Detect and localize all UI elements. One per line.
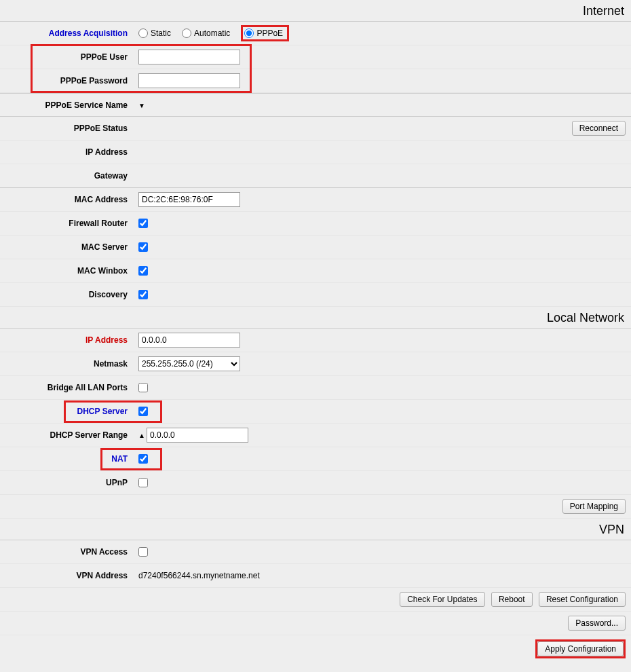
- nat-checkbox[interactable]: [138, 454, 148, 464]
- reboot-button[interactable]: Reboot: [491, 592, 533, 607]
- section-local-header: Local Network: [0, 307, 631, 329]
- row-pppoe-user: PPPoE User: [0, 45, 631, 69]
- local-ip-input[interactable]: [138, 333, 240, 348]
- vpn-access-checkbox[interactable]: [138, 547, 148, 557]
- row-dhcp-range: DHCP Server Range ▲: [0, 424, 631, 447]
- label-ip-address: IP Address: [0, 147, 136, 157]
- label-pppoe-password: PPPoE Password: [0, 76, 136, 86]
- label-dhcp-server: DHCP Server: [0, 407, 136, 416]
- mac-server-checkbox[interactable]: [138, 242, 148, 252]
- row-mac-winbox: MAC Winbox: [0, 259, 631, 283]
- dhcp-range-input[interactable]: [147, 428, 248, 443]
- pppoe-user-input[interactable]: [138, 50, 240, 64]
- actions-row-3: Apply Configuration: [0, 635, 631, 662]
- upnp-checkbox[interactable]: [138, 478, 148, 487]
- pppoe-password-input[interactable]: [138, 73, 240, 88]
- label-gateway: Gateway: [0, 171, 136, 181]
- label-pppoe-service-name: PPPoE Service Name: [0, 100, 136, 110]
- row-mac-address: MAC Address: [0, 188, 631, 212]
- netmask-select[interactable]: 255.255.255.0 (/24): [138, 356, 240, 371]
- row-firewall-router: Firewall Router: [0, 212, 631, 236]
- apply-config-button[interactable]: Apply Configuration: [537, 641, 624, 656]
- row-ip-address: IP Address: [0, 141, 631, 164]
- label-mac-address: MAC Address: [0, 195, 136, 204]
- dhcp-server-checkbox[interactable]: [138, 407, 148, 416]
- label-vpn-access: VPN Access: [0, 547, 136, 557]
- radio-pppoe-input[interactable]: [244, 29, 254, 38]
- row-nat: NAT: [0, 447, 631, 471]
- label-local-ip: IP Address: [0, 335, 136, 345]
- radio-pppoe[interactable]: PPPoE: [244, 29, 283, 38]
- label-dhcp-range: DHCP Server Range: [0, 430, 136, 440]
- radio-automatic[interactable]: Automatic: [182, 29, 230, 38]
- actions-row-1: Check For Updates Reboot Reset Configura…: [0, 588, 631, 612]
- actions-row-2: Password...: [0, 612, 631, 635]
- password-button[interactable]: Password...: [568, 616, 626, 631]
- label-netmask: Netmask: [0, 359, 136, 369]
- label-vpn-address: VPN Address: [0, 571, 136, 580]
- port-mapping-button[interactable]: Port Mapping: [562, 499, 626, 514]
- reset-config-button[interactable]: Reset Configuration: [539, 592, 626, 607]
- row-discovery: Discovery: [0, 283, 631, 307]
- radio-automatic-input[interactable]: [182, 29, 191, 38]
- label-upnp: UPnP: [0, 478, 136, 487]
- mac-winbox-checkbox[interactable]: [138, 266, 148, 276]
- chevron-down-icon[interactable]: ▼: [138, 102, 147, 109]
- label-nat: NAT: [0, 454, 136, 464]
- row-vpn-address: VPN Address d7240f566244.sn.mynetname.ne…: [0, 564, 631, 588]
- reconnect-button[interactable]: Reconnect: [572, 121, 626, 136]
- label-pppoe-user: PPPoE User: [0, 52, 136, 62]
- row-upnp: UPnP: [0, 471, 631, 495]
- radio-automatic-label: Automatic: [194, 29, 230, 38]
- label-address-acquisition: Address Acquisition: [0, 29, 136, 38]
- port-mapping-row: Port Mapping: [0, 495, 631, 519]
- row-local-ip: IP Address: [0, 329, 631, 352]
- radio-static-input[interactable]: [138, 29, 148, 38]
- mac-address-input[interactable]: [138, 192, 240, 207]
- radio-static[interactable]: Static: [138, 29, 171, 38]
- label-discovery: Discovery: [0, 290, 136, 299]
- row-netmask: Netmask 255.255.255.0 (/24): [0, 352, 631, 376]
- row-vpn-access: VPN Access: [0, 540, 631, 564]
- row-dhcp-server: DHCP Server: [0, 400, 631, 424]
- label-firewall-router: Firewall Router: [0, 219, 136, 228]
- row-pppoe-service-name: PPPoE Service Name ▼: [0, 93, 631, 117]
- check-updates-button[interactable]: Check For Updates: [400, 592, 484, 607]
- section-internet-header: Internet: [0, 0, 631, 22]
- radio-pppoe-label: PPPoE: [256, 29, 283, 38]
- row-pppoe-status: PPPoE Status Reconnect: [0, 117, 631, 141]
- row-mac-server: MAC Server: [0, 236, 631, 259]
- label-pppoe-status: PPPoE Status: [0, 124, 136, 133]
- row-bridge-all: Bridge All LAN Ports: [0, 376, 631, 400]
- bridge-all-checkbox[interactable]: [138, 383, 148, 392]
- discovery-checkbox[interactable]: [138, 290, 148, 299]
- row-address-acquisition: Address Acquisition Static Automatic PPP…: [0, 22, 631, 45]
- chevron-up-icon[interactable]: ▲: [138, 432, 147, 439]
- section-vpn-header: VPN: [0, 519, 631, 540]
- label-mac-server: MAC Server: [0, 242, 136, 252]
- label-mac-winbox: MAC Winbox: [0, 266, 136, 276]
- vpn-address-value: d7240f566244.sn.mynetname.net: [136, 571, 631, 580]
- row-gateway: Gateway: [0, 164, 631, 188]
- label-bridge-all: Bridge All LAN Ports: [0, 383, 136, 392]
- row-pppoe-password: PPPoE Password: [0, 69, 631, 93]
- firewall-router-checkbox[interactable]: [138, 219, 148, 228]
- radio-static-label: Static: [151, 29, 171, 38]
